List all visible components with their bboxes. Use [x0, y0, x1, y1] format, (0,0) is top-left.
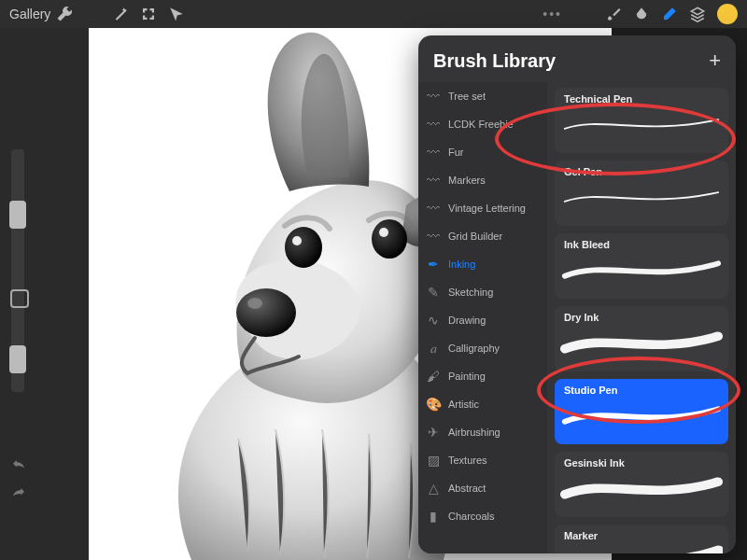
brush-category-drawing[interactable]: ∿Drawing	[418, 306, 547, 334]
category-label: Tree set	[448, 91, 486, 102]
more-icon[interactable]: •••	[543, 7, 562, 21]
category-icon: 〰	[426, 201, 441, 216]
brush-name: Marker	[564, 530, 719, 541]
slider-thumb-top[interactable]	[9, 201, 26, 229]
brush-name: Gel Pen	[564, 166, 719, 177]
category-icon: 𝑎	[426, 341, 441, 357]
brush-stroke-preview	[560, 108, 723, 140]
category-icon: 〰	[426, 229, 441, 244]
category-label: Artistic	[448, 399, 479, 410]
wand-icon[interactable]	[106, 0, 134, 28]
category-icon: 〰	[426, 117, 441, 132]
brush-name: Technical Pen	[564, 93, 719, 105]
brush-ink-bleed[interactable]: Ink Bleed	[555, 233, 728, 299]
category-label: Calligraphy	[448, 343, 500, 354]
brush-technical-pen[interactable]: Technical Pen	[555, 88, 728, 153]
brush-stroke-preview	[560, 254, 723, 286]
brush-category-inking[interactable]: ✒Inking	[418, 250, 547, 278]
brush-name: Gesinski Ink	[564, 457, 719, 469]
category-label: Markers	[448, 175, 486, 186]
brush-name: Studio Pen	[564, 385, 719, 396]
brush-stroke-preview	[560, 327, 723, 358]
brush-category-tree-set[interactable]: 〰Tree set	[418, 82, 547, 110]
gallery-button[interactable]: Gallery	[9, 7, 50, 21]
category-label: Grid Builder	[448, 231, 502, 242]
brush-marker[interactable]: Marker	[555, 525, 728, 553]
svg-point-0	[236, 288, 296, 337]
brush-library-popover: Brush Library + 〰Tree set〰LCDK Freebie〰F…	[418, 35, 736, 553]
category-label: Inking	[448, 259, 475, 270]
popover-title: Brush Library	[433, 50, 709, 72]
brush-category-textures[interactable]: ▨Textures	[418, 446, 547, 474]
category-icon: 〰	[426, 89, 441, 104]
brush-category-fur[interactable]: 〰Fur	[418, 138, 547, 166]
slider-thumb-bottom[interactable]	[9, 345, 26, 373]
brush-category-list: 〰Tree set〰LCDK Freebie〰Fur〰Markers〰Vinta…	[418, 82, 547, 553]
selection-icon[interactable]	[134, 0, 162, 28]
category-label: Textures	[448, 455, 487, 466]
brush-category-sketching[interactable]: ✎Sketching	[418, 278, 547, 306]
category-label: Abstract	[448, 483, 486, 494]
category-label: Sketching	[448, 287, 493, 298]
brush-dry-ink[interactable]: Dry Ink	[555, 306, 728, 371]
category-icon: ▮	[426, 509, 441, 524]
brush-stroke-preview	[560, 545, 723, 553]
category-label: Charcoals	[448, 511, 495, 522]
smudge-icon[interactable]	[627, 0, 655, 28]
brush-category-airbrushing[interactable]: ✈Airbrushing	[418, 418, 547, 446]
category-label: Airbrushing	[448, 427, 500, 438]
brush-category-vintage-lettering[interactable]: 〰Vintage Lettering	[418, 194, 547, 222]
brush-category-calligraphy[interactable]: 𝑎Calligraphy	[418, 334, 547, 362]
category-label: Painting	[448, 371, 486, 382]
category-icon: 🖌	[426, 369, 441, 384]
top-toolbar: Gallery •••	[0, 0, 747, 28]
svg-point-1	[247, 298, 262, 309]
modifier-button[interactable]	[10, 289, 29, 308]
svg-point-2	[285, 227, 322, 268]
svg-point-5	[379, 228, 388, 237]
brush-gesinski-ink[interactable]: Gesinski Ink	[555, 452, 728, 517]
category-icon: 🎨	[426, 397, 441, 412]
brush-name: Ink Bleed	[564, 239, 719, 250]
arrow-icon[interactable]	[162, 0, 190, 28]
layers-icon[interactable]	[684, 0, 712, 28]
brush-category-lcdk-freebie[interactable]: 〰LCDK Freebie	[418, 110, 547, 138]
category-label: LCDK Freebie	[448, 119, 514, 130]
brush-category-painting[interactable]: 🖌Painting	[418, 362, 547, 390]
brush-category-artistic[interactable]: 🎨Artistic	[418, 390, 547, 418]
category-icon: ∿	[426, 313, 441, 328]
category-icon: ▨	[426, 453, 441, 468]
category-icon: 〰	[426, 173, 441, 188]
brush-name: Dry Ink	[564, 312, 719, 323]
category-icon: △	[426, 481, 441, 496]
brush-stroke-preview	[560, 399, 723, 431]
brush-category-abstract[interactable]: △Abstract	[418, 474, 547, 502]
svg-point-3	[292, 236, 302, 245]
brush-list: Technical PenGel PenInk BleedDry InkStud…	[547, 82, 736, 553]
redo-icon[interactable]	[10, 485, 27, 502]
category-icon: ✈	[426, 425, 441, 440]
category-icon: ✎	[426, 285, 441, 300]
add-brush-button[interactable]: +	[709, 49, 721, 73]
category-label: Drawing	[448, 315, 486, 326]
undo-icon[interactable]	[10, 457, 27, 474]
category-icon: 〰	[426, 145, 441, 160]
eraser-icon[interactable]	[655, 0, 684, 28]
brush-stroke-preview	[560, 181, 723, 213]
brush-stroke-preview	[560, 472, 723, 504]
brush-gel-pen[interactable]: Gel Pen	[555, 161, 728, 226]
svg-point-4	[372, 219, 407, 259]
category-icon: ✒	[426, 257, 441, 272]
brush-category-grid-builder[interactable]: 〰Grid Builder	[418, 222, 547, 250]
category-label: Fur	[448, 147, 464, 158]
brush-studio-pen[interactable]: Studio Pen	[555, 379, 728, 444]
color-swatch[interactable]	[717, 4, 738, 24]
brush-category-charcoals[interactable]: ▮Charcoals	[418, 502, 547, 530]
category-label: Vintage Lettering	[448, 203, 526, 214]
brush-category-markers[interactable]: 〰Markers	[418, 166, 547, 194]
popover-header: Brush Library +	[418, 35, 736, 82]
wrench-icon[interactable]	[50, 0, 78, 28]
side-controls	[6, 149, 30, 532]
brush-icon[interactable]	[599, 0, 627, 28]
